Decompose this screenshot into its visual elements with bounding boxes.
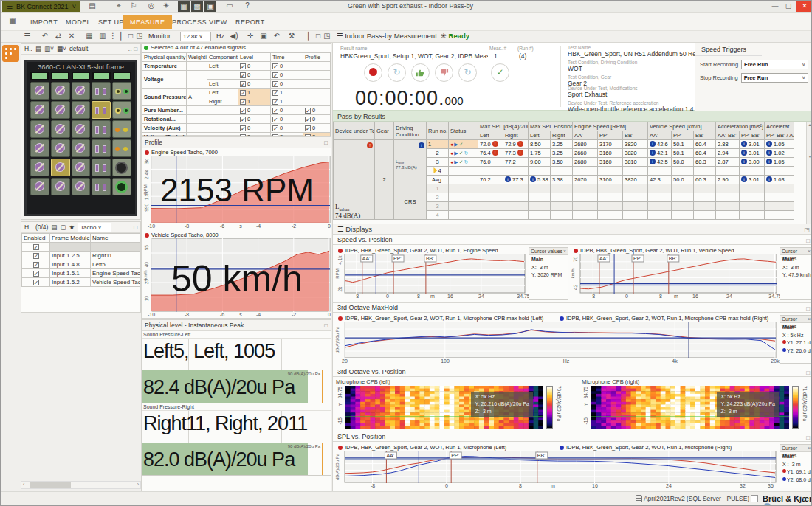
reorder-icon[interactable]: ⇄ <box>52 32 64 40</box>
undo-icon[interactable]: ↶ <box>39 32 51 40</box>
hw-connector[interactable] <box>72 139 91 157</box>
spl-position-chart[interactable]: AA'PP'BB'dB(A)/20u Pa-808m16243235 <box>335 451 777 491</box>
hw-connector[interactable] <box>72 159 91 176</box>
hw-connector[interactable] <box>72 120 91 138</box>
signal-row[interactable]: Voltage✓ 0✓ 0 <box>142 71 331 80</box>
displays-pop-icon[interactable]: ◳ <box>804 225 810 235</box>
channel-enabled-checkbox[interactable]: ✓ <box>33 262 39 268</box>
ch-favorite-icon[interactable]: ★ <box>69 222 75 233</box>
hw-save-icon[interactable]: ▤ <box>35 44 41 55</box>
speed-section-title[interactable]: Speed vs. Position□ <box>333 235 812 245</box>
cpb-section-title[interactable]: 3rd Octave MaxHold□ <box>333 303 812 313</box>
ch-col-channel[interactable]: Frame Module Channel <box>50 234 91 243</box>
cpb-max-icon[interactable]: □ <box>806 304 810 313</box>
database-indicator[interactable]: April2021Rev2 (SQL Server - PULSE) <box>636 495 749 502</box>
channel-row[interactable]: ✓Input 1.5.1Engine Speed Tacho <box>22 269 140 278</box>
help-icon[interactable]: ? <box>241 1 253 10</box>
hw-mini-connector[interactable] <box>92 101 111 119</box>
passby-vertical-scrollbar[interactable]: ▴▾ <box>806 122 812 224</box>
left-horizontal-scrollbar[interactable]: ‹› <box>21 481 141 489</box>
redo-left-button[interactable]: ↻ <box>388 63 406 82</box>
cursor-close-icon[interactable]: × <box>808 445 811 451</box>
tools-icon[interactable]: ⚒ <box>286 32 297 40</box>
document-icon[interactable]: ▭ <box>224 1 235 10</box>
hw-connector[interactable] <box>51 139 70 157</box>
hw-connector[interactable] <box>72 82 91 100</box>
panel-menu-icon[interactable]: ☰ <box>21 32 33 40</box>
engine-tacho-chart[interactable]: 3k2.4k1.5k990RPM-10-8-6s-4-202153 RPM <box>143 156 331 231</box>
hw-mini-connector[interactable] <box>92 82 111 100</box>
hw-grid-icon[interactable]: ▦˅ <box>57 44 66 55</box>
spectrogram-left[interactable]: X: 5k HzY: 26.216 dB(A)/20u PaZ: -3 m <box>345 386 543 429</box>
ch-save-icon[interactable]: ▤ <box>51 222 57 233</box>
reject-button[interactable] <box>435 63 453 82</box>
spectrogram-right[interactable]: X: 5k HzY: 24.223 dB(A)/20u PaZ: -3 m <box>591 386 789 429</box>
signal-row[interactable]: Velocity (Aux)✓ 0✓ 0✓ 0 <box>142 124 331 133</box>
signal-row[interactable]: Rotational...✓ 0✓ 0✓ 0 <box>142 115 331 124</box>
status-checkbox[interactable] <box>751 495 758 502</box>
ch-preset-select[interactable]: Tacho ˅ <box>78 223 111 232</box>
hw-connector[interactable] <box>30 120 49 138</box>
hw-connector[interactable] <box>51 101 70 119</box>
hw-connector[interactable] <box>51 82 70 100</box>
hw-io-cell[interactable] <box>112 159 131 176</box>
app-menu-button[interactable]: ☰ BK Connect 2021 ˅ <box>2 1 80 12</box>
meter-left[interactable]: Left5, Left, 1005 90 dB(A)/20u Pa 82.4 d… <box>142 339 331 403</box>
pointer-icon[interactable]: ⌖ <box>113 1 125 10</box>
tab-report[interactable]: REPORT <box>228 15 272 29</box>
hw-connector[interactable] <box>51 178 70 195</box>
bk-app-icon[interactable] <box>2 45 19 62</box>
peak-max-icon[interactable]: □ <box>324 320 328 331</box>
pane-pop2-icon[interactable]: ◳ <box>321 32 333 40</box>
signal-row[interactable]: Pure Number...✓ 0✓ 0✓ 0 <box>142 106 331 115</box>
cursor-close-icon[interactable]: × <box>563 248 566 254</box>
hw-connector[interactable] <box>30 159 49 176</box>
channel-row[interactable]: ✓Input 1.5.2Vehicle Speed Tacho <box>22 278 140 287</box>
hw-io-cell[interactable] <box>112 82 131 100</box>
vehicle-tacho-chart[interactable]: 55402510km/h-10-8-6s-4-2050 km/h <box>143 238 331 319</box>
hw-mini-connector[interactable] <box>92 139 111 157</box>
layout-single-icon[interactable]: ▣ <box>204 1 216 12</box>
meter-right[interactable]: Right11, Right, 2011 90 dB(A)/20u Pa 82.… <box>142 411 331 476</box>
channel-enabled-checkbox[interactable]: ✓ <box>33 253 39 259</box>
hw-connector[interactable] <box>51 159 70 176</box>
hw-mini-connector[interactable] <box>92 120 111 138</box>
hw-more-icon[interactable]: ‥ □ <box>128 44 137 55</box>
settings-icon[interactable]: ✳ <box>160 1 172 10</box>
hw-connector[interactable] <box>30 139 49 157</box>
minimize-button[interactable]: — <box>768 1 782 12</box>
redo-right-button[interactable]: ↻ <box>458 63 477 82</box>
clear-icon[interactable]: ✕ <box>66 32 78 40</box>
signal-row[interactable]: TemperatureLeft✓ 0✓ 0 <box>142 62 331 71</box>
cursor-close-icon[interactable]: × <box>808 316 811 322</box>
passby-crs-row[interactable]: CRS1 <box>334 184 794 193</box>
stop-recording-select[interactable]: Free Run˅ <box>741 73 808 83</box>
maximize-button[interactable]: ▢ <box>782 1 795 12</box>
revert-icon[interactable]: ↶ <box>271 32 283 40</box>
signal-row[interactable]: Sound PressureALeft✓ 1✓ 1 <box>142 89 331 97</box>
hw-connector[interactable] <box>30 101 49 119</box>
hw-connector[interactable] <box>30 82 49 100</box>
sample-rate-select[interactable]: 12.8k ˅ <box>180 32 211 41</box>
close-button[interactable]: ✕ <box>796 1 812 12</box>
record-button[interactable] <box>364 63 382 82</box>
tag-icon[interactable]: ⚐ <box>128 1 140 10</box>
hw-mini-connector[interactable] <box>92 178 111 195</box>
vehicle-speed-chart[interactable]: AA'PP'BB'7042km/h-808m162434.75 <box>571 254 777 301</box>
octpos-max-icon[interactable]: □ <box>806 368 810 378</box>
search-icon[interactable]: ◎ <box>145 1 157 10</box>
ch-more-icon[interactable]: ‥ □ <box>128 222 137 233</box>
hw-users-icon[interactable]: ▥˅ <box>44 44 54 55</box>
hw-connector[interactable] <box>30 178 49 195</box>
spl-section-title[interactable]: SPL vs. Position□ <box>333 432 812 442</box>
hw-connector[interactable] <box>72 178 91 195</box>
channel-enabled-checkbox[interactable]: ✓ <box>33 271 39 277</box>
approve-button[interactable] <box>411 63 430 82</box>
hw-mini-connector[interactable] <box>92 159 111 176</box>
hw-io-cell[interactable] <box>112 139 131 157</box>
hw-io-cell[interactable] <box>112 120 131 138</box>
speaker-icon[interactable]: ◀) <box>228 32 240 40</box>
ch-col-name[interactable]: Name <box>91 234 140 243</box>
hardware-frame[interactable]: 3660-C LAN-XI 5-slot frame <box>24 60 137 216</box>
hw-io-cell[interactable] <box>112 178 131 195</box>
